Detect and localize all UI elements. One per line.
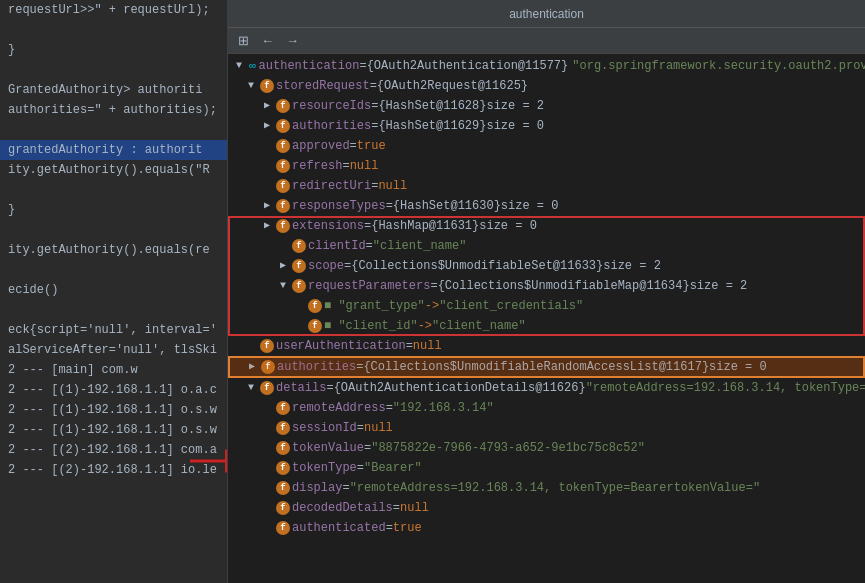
field-name: remoteAddress — [292, 399, 386, 417]
code-line-3 — [0, 60, 227, 80]
expand-icon[interactable]: ▶ — [245, 360, 259, 374]
nav-back-btn[interactable]: ← — [257, 31, 278, 50]
field-eq: = — [350, 137, 357, 155]
tree-row-7[interactable]: ▶fextensions = {HashMap@11631} size = 0 — [228, 216, 865, 236]
tree-row-1[interactable]: ▶fresourceIds = {HashSet@11628} size = 2 — [228, 96, 865, 116]
field-icon: f — [276, 401, 290, 415]
field-val: {Collections$UnmodifiableSet@11633} — [351, 257, 603, 275]
field-val: "remoteAddress=192.168.3.14, tokenType=B… — [350, 479, 760, 497]
code-line-7: grantedAuthority : authorit — [0, 140, 227, 160]
expand-icon[interactable]: ▼ — [244, 79, 258, 93]
tree-row-11[interactable]: f■ "grant_type" -> "client_credentials" — [228, 296, 865, 316]
code-line-17: alServiceAfter='null', tlsSki — [0, 340, 227, 360]
field-icon: f — [308, 299, 322, 313]
field-name: userAuthentication — [276, 337, 406, 355]
tree-root-row[interactable]: ▼ ∞ authentication = {OAuth2Authenticati… — [228, 56, 865, 76]
tree-row-14[interactable]: ▶fauthorities = {Collections$Unmodifiabl… — [228, 356, 865, 378]
expand-icon[interactable]: ▶ — [260, 99, 274, 113]
code-line-21: 2 --- [(1)-192.168.1.1] o.s.w — [0, 420, 227, 440]
field-eq: = — [406, 337, 413, 355]
code-line-11 — [0, 220, 227, 240]
tree-row-0[interactable]: ▼fstoredRequest = {OAuth2Request@11625} — [228, 76, 865, 96]
field-name: approved — [292, 137, 350, 155]
field-eq: = — [364, 217, 371, 235]
tree-row-21[interactable]: fdecodedDetails = null — [228, 498, 865, 518]
tree-row-13[interactable]: fuserAuthentication = null — [228, 336, 865, 356]
expand-icon-space — [292, 319, 306, 333]
tree-row-2[interactable]: ▶fauthorities = {HashSet@11629} size = 0 — [228, 116, 865, 136]
variables-wrapper: ▼ ∞ authentication = {OAuth2Authenticati… — [228, 54, 865, 540]
field-icon: f — [260, 339, 274, 353]
expand-icon[interactable]: ▼ — [244, 381, 258, 395]
field-val: "client_credentials" — [439, 297, 583, 315]
expand-icon[interactable]: ▶ — [260, 199, 274, 213]
tree-row-15[interactable]: ▼fdetails = {OAuth2AuthenticationDetails… — [228, 378, 865, 398]
expand-icon-space — [260, 521, 274, 535]
field-val: "client_name" — [373, 237, 467, 255]
tree-row-20[interactable]: fdisplay = "remoteAddress=192.168.3.14, … — [228, 478, 865, 498]
field-name: extensions — [292, 217, 364, 235]
expand-icon-space — [260, 481, 274, 495]
field-val: true — [393, 519, 422, 537]
field-icon: f — [276, 461, 290, 475]
tree-row-9[interactable]: ▶fscope = {Collections$UnmodifiableSet@1… — [228, 256, 865, 276]
code-line-19: 2 --- [(1)-192.168.1.1] o.a.c — [0, 380, 227, 400]
field-desc: "remoteAddress=192.168.3.14, tokenType=B… — [586, 379, 865, 397]
tree-row-4[interactable]: frefresh = null — [228, 156, 865, 176]
code-line-1 — [0, 20, 227, 40]
tree-row-10[interactable]: ▼frequestParameters = {Collections$Unmod… — [228, 276, 865, 296]
expand-icon-space — [260, 461, 274, 475]
field-eq: = — [386, 399, 393, 417]
tree-row-18[interactable]: ftokenValue = "8875822e-7966-4793-a652-9… — [228, 438, 865, 458]
field-icon: f — [292, 279, 306, 293]
code-editor-panel: requestUrl>>" + requestUrl); } GrantedAu… — [0, 0, 228, 583]
nav-list-btn[interactable]: ⊞ — [234, 31, 253, 50]
code-lines: requestUrl>>" + requestUrl); } GrantedAu… — [0, 0, 227, 480]
field-icon: f — [276, 179, 290, 193]
field-eq: = — [366, 237, 373, 255]
field-name: redirectUri — [292, 177, 371, 195]
field-name: requestParameters — [308, 277, 430, 295]
field-icon: f — [276, 119, 290, 133]
toolbar-title: authentication — [236, 7, 857, 21]
field-name: authorities — [292, 117, 371, 135]
expand-icon-space — [260, 139, 274, 153]
field-val: "client_name" — [432, 317, 526, 335]
tree-row-8[interactable]: fclientId = "client_name" — [228, 236, 865, 256]
tree-row-3[interactable]: fapproved = true — [228, 136, 865, 156]
tree-row-17[interactable]: fsessionId = null — [228, 418, 865, 438]
root-var-name: authentication — [259, 57, 360, 75]
field-size: size = 0 — [479, 217, 537, 235]
expand-icon[interactable]: ▶ — [260, 219, 274, 233]
field-size: size = 0 — [486, 117, 544, 135]
field-name: sessionId — [292, 419, 357, 437]
expand-icon[interactable]: ▶ — [276, 259, 290, 273]
field-val: {OAuth2Request@11625} — [377, 77, 528, 95]
code-line-4: GrantedAuthority> authoriti — [0, 80, 227, 100]
field-icon: f — [261, 360, 275, 374]
field-val: true — [357, 137, 386, 155]
root-type: {OAuth2Authentication@11577} — [367, 57, 569, 75]
field-eq: = — [393, 499, 400, 517]
nav-forward-btn[interactable]: → — [282, 31, 303, 50]
field-icon: f — [276, 159, 290, 173]
field-size: size = 2 — [603, 257, 661, 275]
field-name: tokenValue — [292, 439, 364, 457]
tree-row-12[interactable]: f■ "client_id" -> "client_name" — [228, 316, 865, 336]
field-eq: = — [357, 419, 364, 437]
infinity-icon: ∞ — [249, 57, 256, 75]
field-arrow: -> — [425, 297, 439, 315]
expand-icon[interactable]: ▼ — [276, 279, 290, 293]
expand-icon-root[interactable]: ▼ — [232, 59, 246, 73]
tree-row-16[interactable]: fremoteAddress = "192.168.3.14" — [228, 398, 865, 418]
tree-row-22[interactable]: fauthenticated = true — [228, 518, 865, 538]
variables-area[interactable]: ▼ ∞ authentication = {OAuth2Authenticati… — [228, 54, 865, 583]
field-icon: f — [276, 481, 290, 495]
field-eq: = — [357, 459, 364, 477]
expand-icon[interactable]: ▶ — [260, 119, 274, 133]
code-line-8: ity.getAuthority().equals("R — [0, 160, 227, 180]
tree-row-6[interactable]: ▶fresponseTypes = {HashSet@11630} size =… — [228, 196, 865, 216]
tree-row-5[interactable]: fredirectUri = null — [228, 176, 865, 196]
code-line-9 — [0, 180, 227, 200]
tree-row-19[interactable]: ftokenType = "Bearer" — [228, 458, 865, 478]
